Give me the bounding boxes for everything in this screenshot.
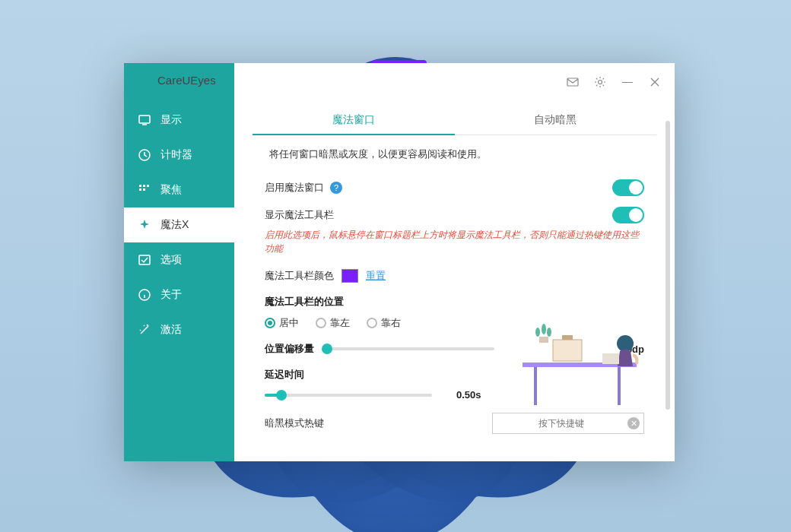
sidebar-item-label: 魔法X <box>160 218 189 232</box>
reset-color-link[interactable]: 重置 <box>366 269 386 283</box>
clock-icon <box>138 148 151 162</box>
svg-point-29 <box>542 324 546 334</box>
svg-point-28 <box>535 328 540 337</box>
app-logo: CareUEyes <box>135 74 216 87</box>
sidebar-item-about[interactable]: 关于 <box>124 277 234 312</box>
svg-rect-13 <box>143 185 145 187</box>
settings-button[interactable] <box>586 68 614 96</box>
close-button[interactable] <box>641 68 669 96</box>
help-icon[interactable]: ? <box>330 182 342 194</box>
svg-rect-12 <box>139 185 141 187</box>
svg-rect-23 <box>618 367 621 405</box>
svg-rect-22 <box>534 367 537 405</box>
sidebar-item-label: 聚焦 <box>160 183 182 197</box>
sidebar-item-label: 显示 <box>160 113 182 127</box>
mail-button[interactable] <box>559 68 586 96</box>
main-panel: 魔法窗口 自动暗黑 将任何窗口暗黑或灰度，以便更容易阅读和使用。 启用魔法窗口 … <box>234 63 675 461</box>
radio-icon <box>316 318 326 328</box>
svg-rect-25 <box>562 335 573 340</box>
hotkey-input[interactable] <box>492 413 644 434</box>
delay-slider[interactable] <box>265 394 432 397</box>
app-window: CareUEyes 暗黑 灰色 显示 计时器 聚焦 魔法X 选项 关于 <box>124 63 675 461</box>
radio-left[interactable]: 靠左 <box>316 316 350 330</box>
show-toolbar-toggle[interactable] <box>612 207 644 223</box>
svg-rect-14 <box>147 185 149 187</box>
sidebar-item-activate[interactable]: 激活 <box>124 312 234 347</box>
svg-rect-17 <box>139 255 150 264</box>
color-swatch[interactable] <box>341 269 358 283</box>
delay-value: 0.50s <box>456 389 481 401</box>
sidebar-item-label: 计时器 <box>160 148 192 162</box>
radio-right[interactable]: 靠右 <box>367 316 401 330</box>
sub-tabs: 魔法窗口 自动暗黑 <box>253 106 656 135</box>
desk-illustration <box>515 309 659 416</box>
enable-magic-toggle[interactable] <box>612 179 644 196</box>
sidebar-item-focus[interactable]: 聚焦 <box>124 173 234 207</box>
sliders-icon <box>138 253 151 267</box>
svg-point-9 <box>141 78 147 84</box>
sidebar-item-magicx[interactable]: 魔法X <box>124 207 234 242</box>
svg-rect-24 <box>553 340 582 361</box>
offset-slider[interactable] <box>327 347 494 350</box>
sidebar-item-timer[interactable]: 计时器 <box>124 138 234 173</box>
eye-icon <box>135 74 153 87</box>
tab-magic-window[interactable]: 魔法窗口 <box>253 106 455 135</box>
toolbar-color-label: 魔法工具栏颜色 <box>265 269 334 283</box>
toolbar-color-row: 魔法工具栏颜色 重置 <box>265 269 644 283</box>
svg-rect-31 <box>539 337 548 343</box>
grid-icon <box>138 183 151 197</box>
svg-point-30 <box>547 328 551 337</box>
radio-center[interactable]: 居中 <box>265 316 299 330</box>
sidebar-item-label: 选项 <box>160 253 182 267</box>
titlebar <box>234 63 675 101</box>
sidebar-item-display[interactable]: 显示 <box>124 103 234 138</box>
monitor-icon <box>138 113 151 127</box>
hotkey-label: 暗黑模式热键 <box>265 416 324 430</box>
sidebar-item-options[interactable]: 选项 <box>124 242 234 277</box>
radio-icon <box>367 318 377 328</box>
intro-text: 将任何窗口暗黑或灰度，以便更容易阅读和使用。 <box>269 147 644 161</box>
sparkle-icon <box>138 218 151 232</box>
radio-icon <box>265 318 275 328</box>
svg-rect-19 <box>567 78 578 86</box>
offset-label: 位置偏移量 <box>265 342 318 356</box>
enable-magic-label: 启用魔法窗口 <box>265 181 324 195</box>
svg-rect-10 <box>139 116 150 123</box>
svg-rect-16 <box>143 188 145 191</box>
hotkey-clear-icon[interactable]: ✕ <box>627 417 640 429</box>
toolbar-warning: 启用此选项后，鼠标悬停在窗口标题栏上方时将显示魔法工具栏，否则只能通过热键使用这… <box>265 228 644 255</box>
sidebar-item-label: 关于 <box>160 288 182 302</box>
enable-magic-row: 启用魔法窗口 ? <box>265 179 644 196</box>
app-title: CareUEyes <box>157 74 216 87</box>
svg-rect-15 <box>139 188 141 191</box>
toolbar-position-title: 魔法工具栏的位置 <box>265 295 644 309</box>
sidebar: 显示 计时器 聚焦 魔法X 选项 关于 激活 <box>124 63 234 461</box>
svg-rect-27 <box>602 353 619 364</box>
sidebar-item-label: 激活 <box>160 323 182 337</box>
minimize-button[interactable] <box>614 68 641 96</box>
show-toolbar-label: 显示魔法工具栏 <box>265 208 334 222</box>
hotkey-row: 暗黑模式热键 ✕ <box>265 413 644 434</box>
wand-icon <box>138 323 151 337</box>
show-toolbar-row: 显示魔法工具栏 <box>265 207 644 223</box>
tab-auto-dark[interactable]: 自动暗黑 <box>455 106 657 135</box>
content-area: 将任何窗口暗黑或灰度，以便更容易阅读和使用。 启用魔法窗口 ? 显示魔法工具栏 … <box>234 135 675 461</box>
info-icon <box>138 288 151 302</box>
svg-point-20 <box>599 81 602 84</box>
